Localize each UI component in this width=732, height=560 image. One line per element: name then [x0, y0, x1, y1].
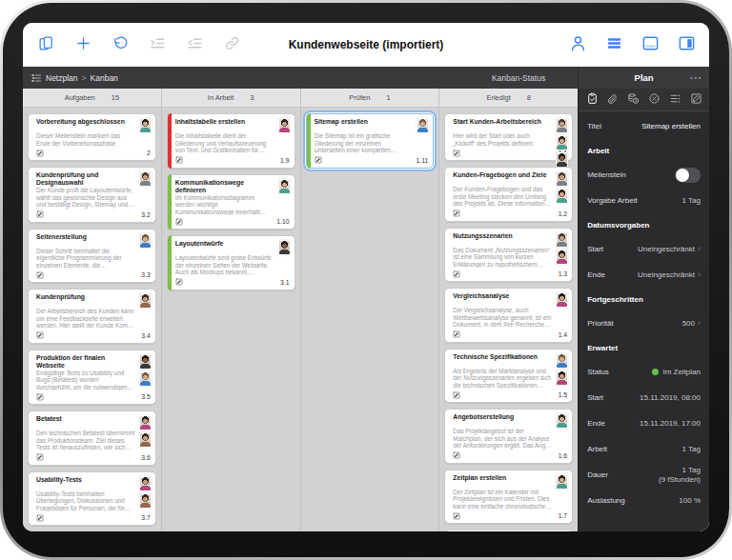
panel-row-Priorität[interactable]: Priorität500› [587, 310, 701, 336]
kanban-status-label[interactable]: Kanban-Status [492, 73, 545, 83]
kanban-card[interactable]: Vorbereitung abgeschlossen Dieser Meilen… [28, 113, 156, 161]
avatar-stack [556, 118, 568, 168]
avatar-stack [278, 179, 291, 194]
card-description: Im Kommunikationsdiagramm werden wichtig… [175, 194, 290, 216]
menu-icon [605, 34, 623, 55]
kanban-card[interactable]: Kundenprüfung Der Arbeitsbereich des Kun… [28, 289, 156, 344]
edit-note-icon [36, 453, 44, 461]
edit-note-icon [315, 156, 322, 164]
column-count: 15 [112, 93, 119, 102]
breadcrumb-item-kanban[interactable]: Kanban [91, 73, 118, 83]
breadcrumb-item-netzplan[interactable]: Netzplan [46, 73, 78, 83]
row-label: Start [587, 245, 603, 253]
column-cards[interactable]: Start Kunden-Arbeitsbereich Hier wird de… [439, 108, 578, 531]
panel-section-header: Arbeit [587, 139, 701, 162]
panel-row-Auslastung: Auslastung100 % [587, 488, 701, 513]
kanban-card[interactable]: Inhaltstabelle erstellen Die Inhaltstabe… [167, 113, 295, 169]
kanban-card[interactable]: Technische Spezifikationen Als Ergebnis … [444, 349, 573, 404]
row-label: Dauer [587, 470, 608, 479]
card-footer: 2 [36, 149, 151, 157]
panel-tab-attachments[interactable] [605, 92, 620, 108]
row-value: Sitemap erstellen [641, 122, 701, 131]
avatar [139, 415, 152, 430]
avatar-stack [139, 354, 152, 387]
kanban-card[interactable]: Produktion der finalen Webseite Endgülti… [28, 350, 156, 406]
panel-menu-dots[interactable]: ••• [690, 73, 702, 82]
avatar [556, 135, 568, 150]
indent-button[interactable] [148, 35, 167, 54]
menu-button[interactable] [604, 35, 623, 54]
row-label: Titel [587, 122, 601, 130]
show-right-panel-button[interactable] [677, 35, 696, 54]
avatar-stack [556, 353, 568, 386]
show-bottom-panel-button[interactable] [640, 35, 660, 54]
chevron-right-icon: › [698, 244, 701, 253]
card-number-badge: 3.4 [141, 332, 150, 339]
edit-note-icon [453, 270, 460, 278]
avatar [139, 493, 152, 509]
paperclip-icon [606, 92, 619, 108]
column-cards[interactable]: Inhaltstabelle erstellen Die Inhaltstabe… [162, 108, 300, 531]
edit-note-icon [175, 218, 183, 226]
link-icon [224, 35, 240, 54]
plus-icon [75, 35, 92, 54]
outdent-button[interactable] [185, 35, 204, 54]
link-button[interactable] [222, 35, 241, 54]
avatar [278, 240, 291, 255]
inspector-panel: $ TitelSitemap erstellenArbeitMeilenstei… [578, 89, 709, 531]
card-title: Kundenprüfung [36, 293, 151, 308]
status-value: Im Zeitplan [652, 368, 701, 377]
undo-button[interactable] [111, 35, 130, 54]
edit-note-icon [453, 512, 460, 520]
kanban-card[interactable]: Kunden-Fragebogen und Ziele Der Kunden-F… [444, 167, 573, 222]
panel-row-Ende[interactable]: EndeUneingeschränkt› [587, 262, 701, 288]
kanban-card[interactable]: Kommunikationswege definieren Im Kommuni… [167, 174, 295, 230]
card-number-badge: 3.2 [141, 211, 150, 218]
row-label: Auslastung [587, 496, 625, 505]
paste-button[interactable] [36, 35, 55, 54]
card-number-badge: 3.6 [141, 454, 150, 461]
kanban-column-1: In Arbeit 3 Inhaltstabelle erstellen Die… [162, 89, 301, 531]
breadcrumb[interactable]: Netzplan > Kanban Kanban-Status [23, 67, 578, 89]
row-value: 15.11.2019, 08:00 [640, 393, 701, 403]
edit-note-icon [453, 210, 460, 217]
column-header: Erledigt 8 [439, 89, 578, 108]
panel-tab-plan[interactable] [584, 92, 600, 108]
column-cards[interactable]: Vorbereitung abgeschlossen Dieser Meilen… [23, 108, 161, 531]
milestone-toggle[interactable] [675, 168, 701, 183]
kanban-card[interactable]: Layoutentwürfe Layoutentwürfe sind grobe… [167, 235, 295, 290]
card-description: Endgültige Tests zu Usability und Bugs (… [36, 370, 151, 391]
add-button[interactable] [73, 35, 92, 54]
panel-row-Start[interactable]: StartUneingeschränkt› [587, 236, 701, 262]
card-footer: 1.6 [453, 451, 567, 460]
collaborators-button[interactable] [568, 35, 587, 54]
kanban-card[interactable]: Seitenerstellung Dieser Schritt beinhalt… [28, 229, 156, 284]
panel-tab-list[interactable] [667, 92, 682, 108]
card-footer: 3.7 [36, 513, 151, 522]
card-footer: 3.6 [36, 453, 151, 462]
kanban-card[interactable]: Kundenprüfung und Designauswahl Der Kund… [28, 167, 156, 223]
card-number-badge: 3.5 [141, 393, 150, 400]
edit-note-icon [453, 391, 460, 399]
kanban-card[interactable]: Betatest Den technischen Betatest überni… [28, 410, 156, 466]
column-cards[interactable]: Sitemap erstellen Die Sitemap ist ein gr… [301, 108, 439, 531]
kanban-card[interactable]: Start Kunden-Arbeitsbereich Hier wird de… [444, 113, 573, 161]
kanban-card[interactable]: Nutzungsszenarien Das Dokument „Nutzungs… [444, 228, 573, 283]
panel-tab-risk[interactable] [646, 92, 661, 108]
panel-row-Start: Start15.11.2019, 08:00 [587, 385, 701, 410]
kanban-card[interactable]: Zeitplan erstellen Der Zeitplan ist ein … [444, 470, 573, 525]
avatar-stack [278, 118, 291, 133]
column-title: Erledigt [486, 93, 510, 102]
card-title: Vorbereitung abgeschlossen [36, 118, 151, 132]
kanban-card[interactable]: Aufgabenliste erstellen Die Aufgabenlist… [444, 530, 573, 531]
kanban-card[interactable]: Sitemap erstellen Die Sitemap ist ein gr… [306, 113, 435, 169]
kanban-card[interactable]: Usability-Tests Usability-Tests beinhalt… [28, 471, 156, 527]
column-title: Prüfen [349, 93, 370, 102]
panel-section-header: Datumsvorgaben [587, 213, 701, 236]
kanban-card[interactable]: Vergleichsanalyse Die Vergleichsanalyse,… [444, 288, 573, 343]
avatar [417, 118, 429, 133]
edit-note-icon [36, 331, 44, 339]
panel-tab-finance[interactable]: $ [626, 92, 641, 108]
panel-tab-notes[interactable] [688, 92, 703, 108]
kanban-card[interactable]: Angebotserstellung Das Projektangebot is… [444, 409, 573, 464]
